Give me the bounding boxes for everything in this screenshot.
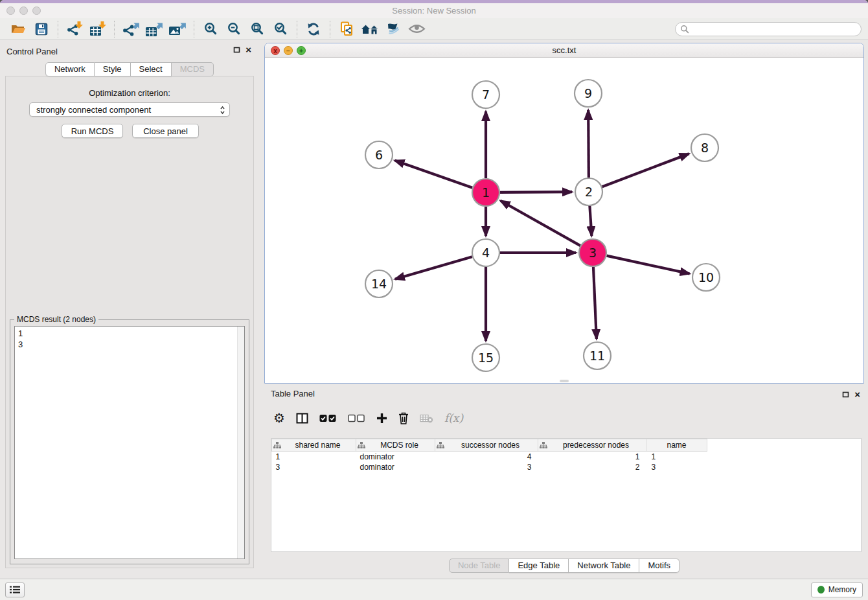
tab-mcds[interactable]: MCDS [172,62,214,76]
graph-node-label: 2 [585,185,593,199]
table-cell[interactable]: 1 [538,452,646,462]
graph-node-7[interactable]: 7 [472,81,499,108]
double-home-icon [361,23,380,35]
graph-node-label: 15 [478,351,494,365]
tab-network-table[interactable]: Network Table [569,559,639,573]
column-header-shared-name[interactable]: shared name [272,439,356,452]
column-header-successor-nodes[interactable]: successor nodes [435,439,538,452]
save-floppy-icon [35,23,48,36]
graph-edge-2-9[interactable] [588,110,589,178]
float-panel-icon[interactable] [233,47,240,53]
table-row[interactable]: 3dominator323 [272,462,862,472]
window-minimize-button[interactable] [19,6,28,15]
graph-edge-3-1[interactable] [501,201,580,246]
import-table-button[interactable] [86,19,109,39]
tab-style[interactable]: Style [95,62,131,76]
zoom-selected-button[interactable] [269,19,292,39]
documents-share-button[interactable] [335,19,358,39]
table-cell[interactable]: 4 [435,452,538,462]
column-header-mcds-role[interactable]: MCDS role [356,439,435,452]
search-field [675,22,862,36]
apply-layout-button[interactable] [302,19,325,39]
frame-resize-grip[interactable] [560,380,569,382]
table-cell[interactable]: 1 [272,452,356,462]
table-settings-button[interactable]: ⚙ [273,411,285,424]
graph-edge-2-8[interactable] [602,154,689,187]
tab-motifs[interactable]: Motifs [639,559,680,573]
tab-network[interactable]: Network [45,62,95,76]
close-panel-button[interactable]: Close panel [132,124,199,138]
open-session-button[interactable] [6,19,30,39]
zoom-fit-button[interactable] [246,19,269,39]
result-scrollbar[interactable] [237,327,244,559]
table-cell[interactable]: 1 [646,452,707,462]
export-table-button[interactable] [143,19,166,39]
table-cell[interactable]: 2 [538,462,646,472]
graph-edge-4-14[interactable] [395,257,472,279]
graph-node-14[interactable]: 14 [365,270,393,297]
graph-node-8[interactable]: 8 [691,134,718,161]
tab-select[interactable]: Select [131,62,172,76]
column-header-predecessor-nodes[interactable]: predecessor nodes [538,439,646,452]
graph-node-10[interactable]: 10 [692,264,720,291]
unselect-all-columns-button[interactable] [348,414,365,422]
table-cell[interactable]: 3 [646,462,707,472]
function-builder-button-disabled: f(x) [444,411,463,424]
network-canvas[interactable]: 7968124314101511 [265,58,863,383]
zoom-in-button[interactable] [199,19,222,39]
graph-node-2[interactable]: 2 [575,178,602,205]
run-mcds-button[interactable]: Run MCDS [62,124,123,138]
graph-node-11[interactable]: 11 [584,342,611,369]
show-columns-button[interactable] [296,413,308,424]
zoom-selected-icon [274,22,288,36]
home-button[interactable] [358,19,382,39]
window-close-button[interactable] [6,6,15,15]
close-panel-icon[interactable]: × [246,46,251,54]
column-header-name[interactable]: name [646,439,707,452]
eye-button[interactable] [405,19,428,39]
mcds-result-title: MCDS result (2 nodes) [14,315,98,324]
graph-node-15[interactable]: 15 [472,344,499,371]
flag-button[interactable] [382,19,405,39]
export-network-icon [122,21,140,37]
create-column-button[interactable] [376,413,387,424]
float-panel-icon[interactable] [842,391,849,398]
mcds-result-text[interactable]: 1 3 [14,326,245,559]
header-filler [707,439,862,452]
graph-edge-1-6[interactable] [395,161,473,188]
graph-edge-1-2[interactable] [500,192,572,192]
sitemap-icon [358,442,365,448]
select-all-columns-button[interactable] [319,414,337,422]
table-cell[interactable]: dominator [356,452,435,462]
table-cell[interactable]: 3 [435,462,538,472]
tab-node-table[interactable]: Node Table [449,559,510,573]
graph-edge-3-10[interactable] [606,256,689,274]
import-network-button[interactable] [63,19,86,39]
select-chevrons-icon [220,106,225,115]
zoom-out-button[interactable] [222,19,246,39]
graph-edge-2-3[interactable] [589,206,591,236]
graph-node-9[interactable]: 9 [575,80,602,107]
table-cell[interactable]: 3 [272,462,356,472]
table-row[interactable]: 1dominator411 [272,452,862,462]
graph-node-6[interactable]: 6 [365,141,393,168]
export-image-button[interactable] [166,19,189,39]
task-history-button[interactable] [5,583,25,597]
control-panel-tabs: Network Style Select MCDS [0,62,259,76]
export-network-button[interactable] [119,19,143,39]
window-zoom-button[interactable] [32,6,41,15]
graph-edge-3-11[interactable] [593,267,597,339]
memory-button[interactable]: Memory [811,583,863,597]
table-cell[interactable]: dominator [356,462,435,472]
tab-edge-table[interactable]: Edge Table [509,559,569,573]
toolbar-separator [330,21,330,38]
search-input[interactable] [675,22,862,36]
close-panel-icon[interactable]: × [854,391,860,398]
save-session-button[interactable] [30,19,53,39]
delete-columns-button[interactable] [398,412,409,424]
criterion-select[interactable]: strongly connected component [29,102,230,117]
graph-node-3[interactable]: 3 [579,239,606,266]
titlebar: Session: New Session [0,3,868,18]
graph-node-1[interactable]: 1 [472,179,499,206]
graph-node-4[interactable]: 4 [472,239,499,266]
